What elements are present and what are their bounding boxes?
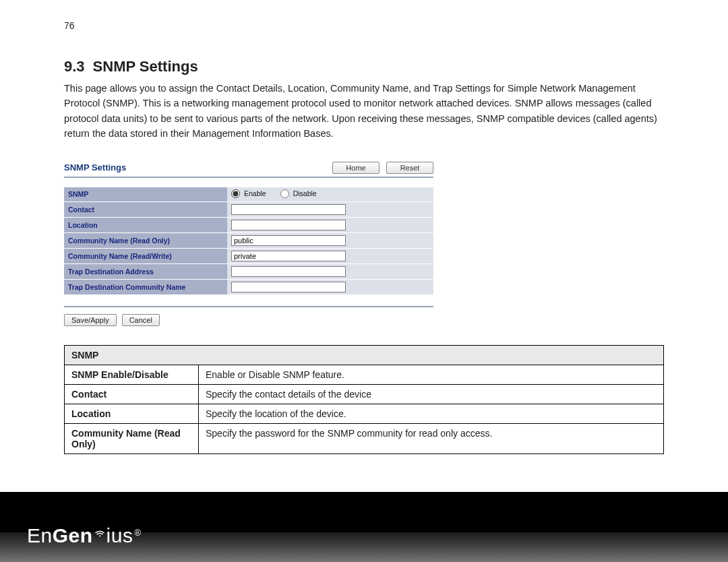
cancel-button[interactable]: Cancel	[122, 314, 160, 326]
description-table: SNMP SNMP Enable/Disable Enable or Disab…	[64, 345, 664, 454]
desc-key: SNMP Enable/Disable	[65, 365, 199, 384]
footer: EnGen ius®	[0, 492, 728, 562]
row-community-rw: Community Name (Read/Write)	[64, 248, 433, 263]
label-location: Location	[64, 217, 227, 232]
panel-title: SNMP Settings	[64, 162, 126, 173]
section-intro: This page allows you to assign the Conta…	[64, 81, 664, 142]
snmp-enable-option[interactable]: Enable	[231, 189, 266, 198]
desc-key: Contact	[65, 384, 199, 404]
snmp-enable-label: Enable	[244, 189, 266, 197]
panel-header-buttons: Home Reset	[332, 162, 433, 174]
svg-point-0	[99, 535, 100, 536]
home-button[interactable]: Home	[332, 162, 380, 174]
snmp-disable-radio[interactable]	[280, 189, 289, 198]
location-input[interactable]	[231, 220, 346, 230]
desc-text: Specify the password for the SNMP commun…	[199, 423, 664, 454]
label-trap-comm: Trap Destination Community Name	[64, 279, 227, 294]
section-title: SNMP Settings	[93, 58, 198, 75]
panel-header: SNMP Settings Home Reset	[64, 162, 433, 178]
label-trap-dest: Trap Destination Address	[64, 263, 227, 279]
trap-comm-input[interactable]	[231, 282, 346, 292]
label-community-rw: Community Name (Read/Write)	[64, 248, 227, 263]
row-trap-comm: Trap Destination Community Name	[64, 279, 433, 294]
desc-text: Specify the contact details of the devic…	[199, 384, 664, 404]
desc-text: Specify the location of the device.	[199, 404, 664, 423]
desc-header: SNMP	[65, 345, 664, 365]
row-trap-dest: Trap Destination Address	[64, 263, 433, 279]
wifi-icon	[94, 526, 106, 538]
reset-button[interactable]: Reset	[386, 162, 433, 174]
section-heading: 9.3SNMP Settings	[64, 58, 664, 75]
page-number: 76	[64, 20, 664, 31]
snmp-settings-panel: SNMP Settings Home Reset SNMP Enable Dis…	[64, 162, 433, 326]
brand-accent: Gen	[53, 524, 93, 547]
snmp-disable-option[interactable]: Disable	[280, 189, 317, 198]
community-ro-input[interactable]	[231, 235, 346, 246]
value-snmp: Enable Disable	[227, 187, 433, 202]
label-contact: Contact	[64, 201, 227, 217]
desc-key: Location	[65, 404, 199, 423]
desc-row: SNMP Enable/Disable Enable or Disable SN…	[65, 365, 664, 384]
desc-row: Location Specify the location of the dev…	[65, 404, 664, 423]
action-buttons: Save/Apply Cancel	[64, 314, 433, 326]
row-snmp: SNMP Enable Disable	[64, 187, 433, 202]
snmp-enable-radio[interactable]	[231, 189, 240, 198]
desc-key: Community Name (Read Only)	[65, 423, 199, 454]
snmp-disable-label: Disable	[293, 189, 317, 197]
contact-input[interactable]	[231, 204, 346, 215]
row-contact: Contact	[64, 201, 433, 217]
brand-logo: EnGen ius®	[27, 524, 140, 547]
desc-row: Community Name (Read Only) Specify the p…	[65, 423, 664, 454]
desc-header-row: SNMP	[65, 345, 664, 365]
community-rw-input[interactable]	[231, 251, 346, 261]
settings-form: SNMP Enable Disable Contact Locatio	[64, 187, 433, 295]
desc-row: Contact Specify the contact details of t…	[65, 384, 664, 404]
brand-prefix: En	[27, 524, 53, 547]
row-location: Location	[64, 217, 433, 232]
registered-icon: ®	[134, 528, 141, 538]
panel-divider	[64, 306, 433, 307]
brand-suffix: ius	[107, 524, 133, 547]
trap-dest-input[interactable]	[231, 266, 346, 277]
row-community-ro: Community Name (Read Only)	[64, 232, 433, 248]
label-snmp: SNMP	[64, 187, 227, 202]
desc-text: Enable or Disable SNMP feature.	[199, 365, 664, 384]
label-community-ro: Community Name (Read Only)	[64, 232, 227, 248]
section-number: 9.3	[64, 58, 85, 75]
save-apply-button[interactable]: Save/Apply	[64, 314, 117, 326]
